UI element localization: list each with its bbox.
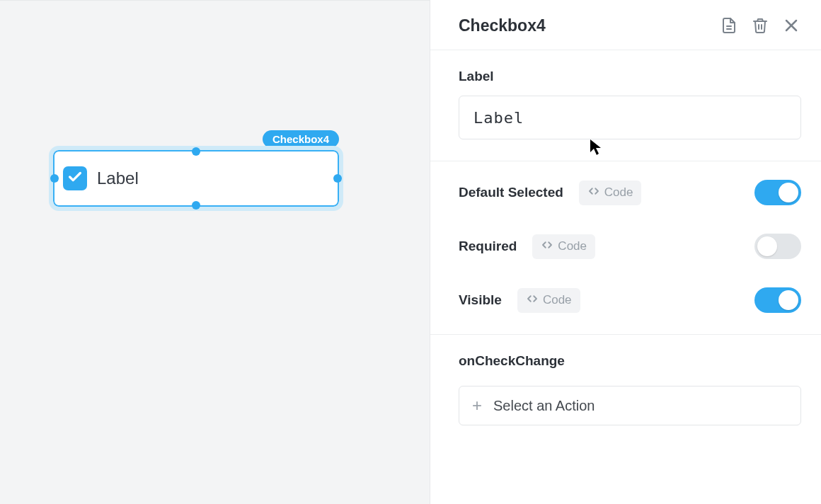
close-icon[interactable] [781, 16, 801, 35]
prop-label-default-selected: Default Selected [459, 185, 563, 200]
panel-title: Checkbox4 [459, 16, 719, 35]
code-brackets-icon [541, 239, 553, 255]
code-chip-default-selected[interactable]: Code [579, 181, 642, 205]
code-chip-text: Code [558, 239, 587, 253]
code-chip-required[interactable]: Code [532, 234, 595, 259]
prop-label-required: Required [459, 239, 517, 254]
checkbox-component[interactable]: Checkbox4 Label [53, 150, 339, 207]
event-name: onCheckChange [459, 353, 801, 369]
label-input[interactable] [459, 96, 801, 139]
trash-icon[interactable] [750, 16, 770, 35]
checkbox-box[interactable] [63, 166, 87, 190]
event-section: onCheckChange + Select an Action [430, 335, 821, 447]
checkbox-label-text: Label [97, 168, 139, 188]
component-name-tag: Checkbox4 [263, 130, 339, 148]
code-chip-visible[interactable]: Code [517, 288, 580, 313]
prop-default-selected: Default Selected Code [459, 180, 801, 205]
code-chip-text: Code [604, 185, 633, 200]
prop-required: Required Code [459, 234, 801, 259]
action-placeholder: Select an Action [493, 398, 595, 414]
label-section: Label [430, 50, 821, 161]
component-selection-box[interactable]: Label [53, 150, 339, 207]
code-brackets-icon [587, 185, 600, 201]
panel-header: Checkbox4 [430, 0, 821, 50]
check-icon [67, 169, 83, 188]
toggle-required[interactable] [754, 234, 801, 259]
label-heading: Label [459, 69, 801, 84]
props-section: Default Selected Code Required Code Visi… [430, 161, 821, 335]
code-chip-text: Code [543, 293, 572, 307]
properties-panel: Checkbox4 Label Default Selected Code [430, 0, 821, 504]
prop-label-visible: Visible [459, 292, 502, 308]
code-brackets-icon [526, 292, 539, 309]
document-icon[interactable] [719, 16, 739, 35]
resize-handle-bottom[interactable] [192, 201, 200, 210]
resize-handle-left[interactable] [50, 174, 59, 183]
prop-visible: Visible Code [459, 287, 801, 313]
resize-handle-top[interactable] [192, 147, 200, 156]
toggle-visible[interactable] [754, 287, 801, 313]
design-canvas[interactable]: Checkbox4 Label [0, 0, 430, 504]
toggle-default-selected[interactable] [754, 180, 801, 205]
resize-handle-right[interactable] [333, 174, 342, 183]
action-selector[interactable]: + Select an Action [459, 386, 801, 425]
plus-icon: + [472, 396, 482, 416]
